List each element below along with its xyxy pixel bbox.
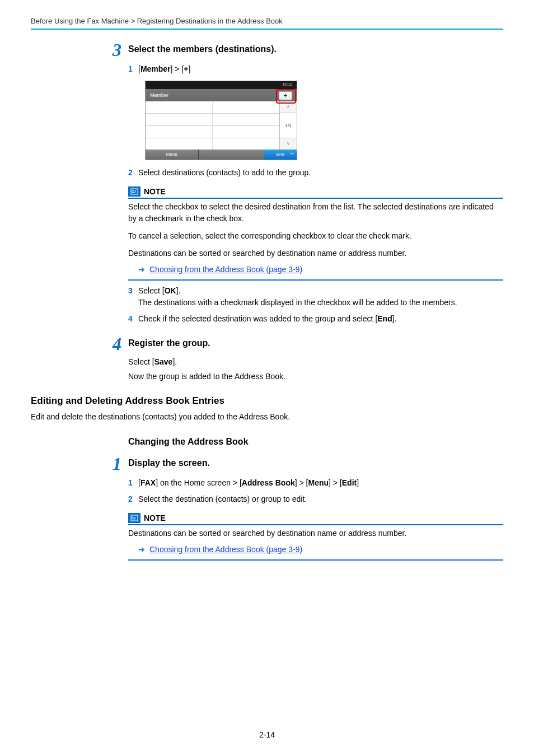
device-time: 10:10 — [282, 82, 292, 86]
key-end: End — [377, 314, 392, 323]
highlight-ring — [276, 89, 296, 104]
note-text: Select the checkbox to select the desire… — [128, 201, 503, 259]
text: ]. — [172, 357, 177, 366]
substep-number: 1 — [128, 477, 138, 489]
key-fax: FAX — [140, 478, 156, 487]
note-rule — [128, 198, 503, 199]
link-choosing-address-book[interactable]: Choosing from the Address Book (page 3-9… — [149, 545, 302, 554]
device-footer: Menu End ↵ — [146, 150, 297, 160]
key-save: Save — [154, 357, 173, 366]
text: ]. — [392, 314, 397, 323]
arrow-right-icon: ➔ — [138, 265, 145, 274]
note-rule — [128, 524, 503, 525]
note-rule — [128, 559, 503, 561]
substep-text: Select destinations (contacts) to add to… — [138, 167, 503, 179]
step-number: 1 — [96, 455, 121, 473]
key-edit: Edit — [342, 478, 357, 487]
substep-1b-1: 1 [FAX] on the Home screen > [Address Bo… — [128, 477, 503, 489]
note-label: NOTE — [144, 514, 166, 522]
page: Before Using the Fax Machine > Registeri… — [0, 0, 534, 756]
footer-spacer — [199, 150, 264, 160]
substep-text: Select [OK]. The destinations with a che… — [138, 285, 503, 309]
end-button-label: End — [277, 152, 284, 157]
device-list — [146, 101, 280, 150]
paragraph: Select [Save]. — [128, 357, 503, 366]
key-menu: Menu — [308, 478, 329, 487]
step-title: Display the screen. — [128, 458, 210, 468]
step-number: 4 — [96, 335, 121, 353]
step-4: 4 Register the group. — [31, 335, 503, 353]
list-row[interactable] — [146, 114, 279, 126]
cross-ref: ➔ Choosing from the Address Book (page 3… — [138, 265, 503, 274]
text: ] > [ — [171, 64, 184, 73]
svg-point-3 — [132, 517, 134, 519]
note-box: NOTE Select the checkbox to select the d… — [128, 186, 503, 281]
text: ] > [ — [329, 478, 342, 487]
substep-3-4: 4 Check if the selected destination was … — [128, 313, 503, 325]
link-choosing-address-book[interactable]: Choosing from the Address Book (page 3-9… — [149, 265, 302, 274]
substep-3-1: 1 [Member] > [+] — [128, 63, 503, 75]
end-button[interactable]: End ↵ — [264, 150, 297, 160]
device-panel: 10:10 Member + — [145, 81, 297, 160]
text: ] — [189, 64, 191, 73]
note-paragraph: Destinations can be sorted or searched b… — [128, 528, 503, 539]
note-label: NOTE — [144, 187, 166, 196]
key-member: Member — [140, 64, 171, 73]
substep-1b-2: 2 Select the destination (contacts) or g… — [128, 493, 503, 505]
cross-ref: ➔ Choosing from the Address Book (page 3… — [138, 545, 503, 554]
menu-button[interactable]: Menu — [146, 150, 199, 160]
key-plus: + — [184, 64, 188, 73]
plus-button-wrapper: + — [279, 91, 293, 100]
page-indicator: 1/1 — [280, 113, 297, 138]
step-title: Select the members (destinations). — [128, 44, 277, 54]
text: ] — [357, 478, 359, 487]
substep-3-2: 2 Select destinations (contacts) to add … — [128, 167, 503, 179]
substep-number: 3 — [128, 285, 138, 297]
step-3-body: 1 [Member] > [+] 10:10 Member + — [128, 63, 503, 325]
note-text: Destinations can be sorted or searched b… — [128, 528, 503, 539]
device-body: ∧ 1/1 ∨ — [146, 101, 297, 150]
substep-3-3: 3 Select [OK]. The destinations with a c… — [128, 285, 503, 309]
note-rule — [128, 279, 503, 281]
header-rule — [31, 29, 503, 30]
list-row[interactable] — [146, 138, 279, 150]
substep-number: 1 — [128, 63, 138, 75]
note-icon — [128, 513, 140, 523]
step-1b-body: 1 [FAX] on the Home screen > [Address Bo… — [128, 477, 503, 561]
text: The destinations with a checkmark displa… — [138, 298, 457, 307]
substep-text: Check if the selected destination was ad… — [138, 313, 503, 325]
key-address-book: Address Book — [242, 478, 295, 487]
enter-icon: ↵ — [291, 149, 294, 159]
text: ] on the Home screen > [ — [156, 478, 242, 487]
scroll-down-icon[interactable]: ∨ — [280, 138, 297, 150]
text: ] > [ — [295, 478, 308, 487]
device-screenshot: 10:10 Member + — [145, 81, 302, 160]
note-icon — [128, 186, 140, 197]
arrow-right-icon: ➔ — [138, 545, 145, 554]
device-statusbar: 10:10 — [146, 81, 297, 89]
list-row[interactable] — [146, 126, 279, 138]
step-3: 3 Select the members (destinations). — [31, 41, 503, 59]
note-header: NOTE — [128, 513, 503, 523]
step-1b: 1 Display the screen. — [31, 455, 503, 473]
note-header: NOTE — [128, 186, 503, 197]
substep-text: [Member] > [+] — [138, 63, 503, 75]
device-header: Member + — [146, 89, 297, 101]
svg-point-1 — [132, 190, 134, 193]
substep-number: 4 — [128, 313, 138, 325]
section-heading: Editing and Deleting Address Book Entrie… — [31, 395, 503, 407]
substep-number: 2 — [128, 493, 138, 505]
text: Select [ — [138, 286, 165, 295]
step-4-body: Select [Save]. Now the group is added to… — [128, 357, 503, 381]
paragraph: Now the group is added to the Address Bo… — [128, 372, 503, 381]
breadcrumb: Before Using the Fax Machine > Registeri… — [31, 17, 503, 29]
note-paragraph: To cancel a selection, select the corres… — [128, 230, 503, 242]
substep-number: 2 — [128, 167, 138, 179]
note-box: NOTE Destinations can be sorted or searc… — [128, 513, 503, 561]
device-scroll: ∧ 1/1 ∨ — [280, 101, 297, 150]
text: ]. — [176, 286, 181, 295]
step-number: 3 — [96, 41, 121, 59]
list-row[interactable] — [146, 101, 279, 114]
page-number: 2-14 — [0, 730, 534, 739]
text: Select [ — [128, 357, 154, 366]
